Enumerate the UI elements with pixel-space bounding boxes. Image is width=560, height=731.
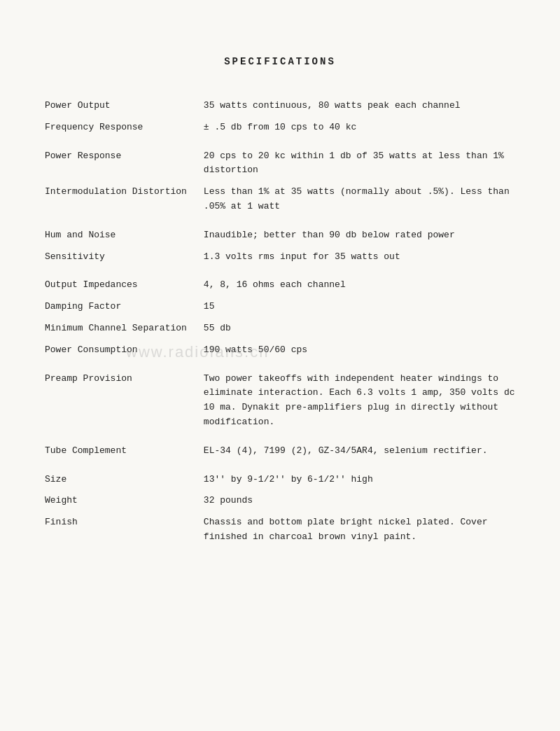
spec-label: Weight [42,490,201,512]
spec-value: Less than 1% at 35 watts (normally about… [201,181,518,218]
spec-label: Damping Factor [42,296,201,318]
table-row: Power Output35 watts continuous, 80 watt… [42,95,518,117]
specs-table: Power Output35 watts continuous, 80 watt… [42,95,518,548]
spec-value: 32 pounds [201,490,518,512]
spec-value: 13'' by 9-1/2'' by 6-1/2'' high [201,469,518,491]
table-row: Hum and NoiseInaudible; better than 90 d… [42,225,518,246]
spec-value: 1.3 volts rms input for 35 watts out [201,246,518,268]
spec-label: Preamp Provision [42,368,201,433]
spec-value: ± .5 db from 10 cps to 40 kc [201,117,518,139]
spec-label: Output Impedances [42,274,201,296]
spec-label: Frequency Response [42,117,201,139]
spacer-row [42,218,518,225]
spec-label: Power Output [42,95,201,117]
table-row: Minimum Channel Separation55 db [42,318,518,340]
spec-label: Hum and Noise [42,225,201,246]
spec-label: Minimum Channel Separation [42,318,201,340]
spacer-row [42,139,518,146]
spacer-row [42,462,518,469]
spec-value: Inaudible; better than 90 db below rated… [201,225,518,246]
table-row: Power Consumption190 watts 50/60 cps [42,340,518,361]
table-row: Intermodulation DistortionLess than 1% a… [42,181,518,218]
table-row: Weight32 pounds [42,490,518,512]
table-row: FinishChassis and bottom plate bright ni… [42,512,518,548]
table-row: Tube ComplementEL-34 (4), 7199 (2), GZ-3… [42,440,518,462]
table-row: Output Impedances4, 8, 16 ohms each chan… [42,274,518,296]
table-row: Size13'' by 9-1/2'' by 6-1/2'' high [42,469,518,491]
table-row: Sensitivity1.3 volts rms input for 35 wa… [42,246,518,268]
spec-label: Size [42,469,201,491]
spec-value: Chassis and bottom plate bright nickel p… [201,512,518,548]
spec-label: Intermodulation Distortion [42,181,201,218]
spec-label: Tube Complement [42,440,201,462]
spec-value: 55 db [201,318,518,340]
table-row: Damping Factor15 [42,296,518,318]
table-row: Preamp ProvisionTwo power takeoffs with … [42,368,518,433]
spec-value: 35 watts continuous, 80 watts peak each … [201,95,518,117]
table-row: Frequency Response± .5 db from 10 cps to… [42,117,518,139]
spec-label: Sensitivity [42,246,201,268]
spec-value: 20 cps to 20 kc within 1 db of 35 watts … [201,146,518,182]
spec-value: 15 [201,296,518,318]
spacer-row [42,267,518,274]
spec-value: Two power takeoffs with independent heat… [201,368,518,433]
spec-label: Finish [42,512,201,548]
spec-label: Power Response [42,146,201,182]
spec-label: Power Consumption [42,340,201,361]
spec-value: EL-34 (4), 7199 (2), GZ-34/5AR4, seleniu… [201,440,518,462]
page: SPECIFICATIONS www.radiofans.cn Power Ou… [0,0,560,731]
spacer-row [42,433,518,440]
spec-value: 4, 8, 16 ohms each channel [201,274,518,296]
spacer-row [42,361,518,368]
page-title: SPECIFICATIONS [42,56,518,67]
spec-value: 190 watts 50/60 cps [201,340,518,361]
table-row: Power Response20 cps to 20 kc within 1 d… [42,146,518,182]
